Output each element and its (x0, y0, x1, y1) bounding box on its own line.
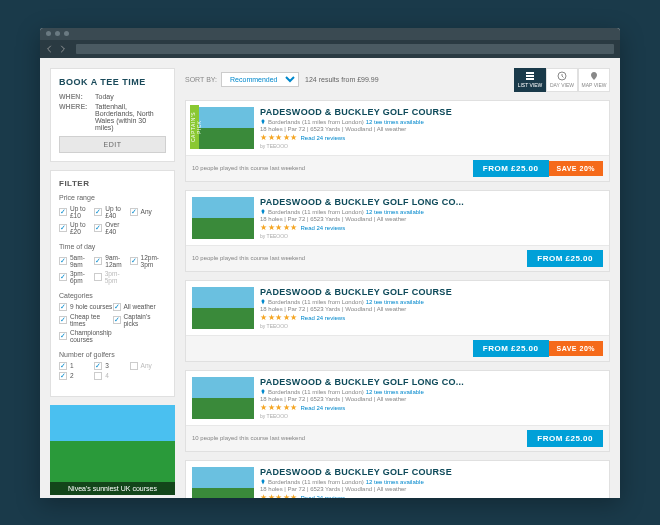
read-reviews-link[interactable]: Read 24 reviews (301, 405, 346, 411)
option-label: Up to £10 (70, 205, 94, 219)
svg-rect-2 (526, 78, 534, 80)
main-column: SORT BY: Recommended 124 results from £9… (185, 58, 620, 498)
checkbox-icon (130, 257, 138, 265)
filter-option[interactable]: Cheap tee times (59, 313, 113, 327)
course-meta: 18 holes | Par 72 | 6523 Yards | Woodlan… (260, 486, 603, 492)
played-count: 10 people played this course last weeken… (192, 165, 473, 171)
tee-times-link[interactable]: 12 tee times available (366, 479, 424, 485)
promo-banner[interactable]: Nivea's sunniest UK courses (50, 405, 175, 495)
checkbox-icon (130, 208, 138, 216)
read-reviews-link[interactable]: Read 24 reviews (301, 135, 346, 141)
checkbox-icon (113, 303, 121, 311)
option-label: Up to £40 (105, 205, 129, 219)
filter-golfers: Number of golfers 13Any24 (59, 351, 166, 380)
url-field[interactable] (76, 44, 614, 54)
window-dot (46, 31, 51, 36)
filter-option[interactable]: 9 hole courses (59, 303, 113, 311)
option-label: Cheap tee times (70, 313, 113, 327)
option-label: All weather (124, 303, 156, 310)
option-label: 3pm-5pm (105, 270, 130, 284)
filter-section-title: Price range (59, 194, 166, 201)
promo-caption: Nivea's sunniest UK courses (50, 482, 175, 495)
book-panel: BOOK A TEE TIME WHEN:Today WHERE:Tattenh… (50, 68, 175, 162)
course-listing[interactable]: PADESWOOD & BUCKLEY GOLF LONG CO...Borde… (185, 370, 610, 452)
filter-option[interactable]: All weather (113, 303, 167, 311)
filter-option[interactable]: Any (130, 205, 165, 219)
when-value: Today (95, 93, 166, 100)
provider-label: by TEEOOO (260, 413, 603, 419)
filter-option[interactable]: 12pm-3pm (130, 254, 165, 268)
filter-option[interactable]: 3 (94, 362, 129, 370)
course-listing[interactable]: PADESWOOD & BUCKLEY GOLF LONG CO...Borde… (185, 190, 610, 272)
checkbox-icon (59, 257, 67, 265)
filter-option[interactable]: Captain's picks (113, 313, 167, 327)
sidebar: BOOK A TEE TIME WHEN:Today WHERE:Tattenh… (40, 58, 185, 498)
played-count: 10 people played this course last weeken… (192, 255, 527, 261)
checkbox-icon (94, 372, 102, 380)
filter-option[interactable]: 3pm-6pm (59, 270, 94, 284)
filter-option[interactable]: 4 (94, 372, 129, 380)
checkbox-icon (94, 208, 102, 216)
where-value: Tattenhall, Borderlands, North Wales (wi… (95, 103, 166, 131)
read-reviews-link[interactable]: Read 24 reviews (301, 315, 346, 321)
tee-times-link[interactable]: 12 tee times available (366, 119, 424, 125)
pin-icon (260, 119, 266, 125)
back-icon[interactable] (46, 45, 54, 53)
tee-times-link[interactable]: 12 tee times available (366, 299, 424, 305)
filter-option[interactable]: 3pm-5pm (94, 270, 129, 284)
forward-icon[interactable] (58, 45, 66, 53)
edit-button[interactable]: EDIT (59, 136, 166, 153)
tee-times-link[interactable]: 12 tee times available (366, 389, 424, 395)
checkbox-icon (113, 316, 121, 324)
option-label: Championship courses (70, 329, 113, 343)
filter-option[interactable]: Over £40 (94, 221, 129, 235)
save-badge: SAVE 20% (549, 341, 604, 356)
course-listing[interactable]: PADESWOOD & BUCKLEY GOLF COURSEBorderlan… (185, 460, 610, 498)
option-label: Captain's picks (124, 313, 167, 327)
filter-option[interactable]: 2 (59, 372, 94, 380)
checkbox-icon (59, 372, 67, 380)
course-location: Borderlands (11 miles from London) 12 te… (260, 119, 603, 125)
checkbox-icon (59, 332, 67, 340)
checkbox-icon (59, 224, 67, 232)
list-view-button[interactable]: LIST VIEW (514, 68, 546, 92)
pin-icon (260, 209, 266, 215)
checkbox-icon (59, 273, 67, 281)
read-reviews-link[interactable]: Read 24 reviews (301, 495, 346, 498)
star-rating: ★★★★★ (260, 493, 298, 498)
filter-price: Price range Up to £10Up to £40AnyUp to £… (59, 194, 166, 235)
filter-option[interactable]: Up to £10 (59, 205, 94, 219)
course-meta: 18 holes | Par 72 | 6523 Yards | Woodlan… (260, 216, 603, 222)
checkbox-icon (130, 362, 138, 370)
course-location: Borderlands (11 miles from London) 12 te… (260, 389, 603, 395)
read-reviews-link[interactable]: Read 24 reviews (301, 225, 346, 231)
option-label: Any (141, 208, 152, 215)
filter-option[interactable]: 1 (59, 362, 94, 370)
svg-rect-1 (526, 75, 534, 77)
price-button[interactable]: FROM £25.00 (527, 430, 603, 447)
price-button[interactable]: FROM £25.00 (527, 250, 603, 267)
price-button[interactable]: FROM £25.00 (473, 340, 549, 357)
filter-option[interactable]: Up to £40 (94, 205, 129, 219)
map-view-button[interactable]: MAP VIEW (578, 68, 610, 92)
tee-times-link[interactable]: 12 tee times available (366, 209, 424, 215)
course-listing[interactable]: CAPTAIN'S PICKPADESWOOD & BUCKLEY GOLF C… (185, 100, 610, 182)
day-view-button[interactable]: DAY VIEW (546, 68, 578, 92)
filter-option[interactable]: Up to £20 (59, 221, 94, 235)
filter-option[interactable]: Any (130, 362, 165, 370)
svg-rect-0 (526, 72, 534, 74)
filter-option[interactable]: 5am-9am (59, 254, 94, 268)
save-badge: SAVE 20% (549, 161, 604, 176)
sort-select[interactable]: Recommended (221, 72, 299, 87)
course-title: PADESWOOD & BUCKLEY GOLF LONG CO... (260, 197, 603, 207)
price-button[interactable]: FROM £25.00 (473, 160, 549, 177)
course-listing[interactable]: PADESWOOD & BUCKLEY GOLF COURSEBorderlan… (185, 280, 610, 362)
results-topbar: SORT BY: Recommended 124 results from £9… (185, 68, 610, 92)
course-thumbnail (192, 467, 254, 498)
course-location: Borderlands (11 miles from London) 12 te… (260, 299, 603, 305)
filter-option[interactable]: 9am-12am (94, 254, 129, 268)
filter-panel: FILTER Price range Up to £10Up to £40Any… (50, 170, 175, 397)
played-count: 10 people played this course last weeken… (192, 435, 527, 441)
filter-option[interactable]: Championship courses (59, 329, 113, 343)
course-thumbnail (192, 377, 254, 419)
